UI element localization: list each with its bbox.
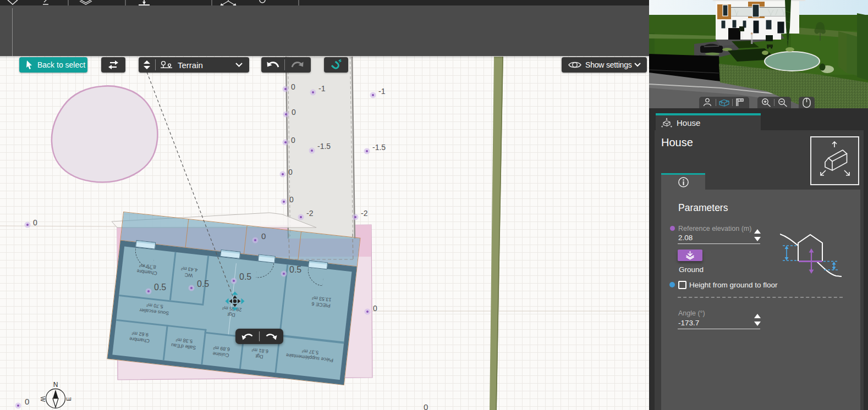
svg-text:0: 0 — [33, 218, 37, 227]
svg-text:0: 0 — [373, 304, 377, 313]
svg-text:-1: -1 — [318, 84, 326, 93]
svg-text:0: 0 — [289, 195, 294, 204]
svg-text:0.5: 0.5 — [154, 282, 166, 292]
svg-text:N: N — [53, 381, 58, 389]
svg-text:0.5: 0.5 — [197, 279, 209, 289]
svg-text:-1.5: -1.5 — [317, 142, 331, 151]
svg-text:0: 0 — [261, 231, 266, 241]
svg-text:-1.5: -1.5 — [372, 143, 386, 152]
svg-text:0: 0 — [288, 168, 293, 176]
svg-text:E: E — [65, 397, 72, 401]
svg-text:0.5: 0.5 — [239, 272, 251, 281]
svg-text:0: 0 — [291, 82, 295, 91]
svg-text:0: 0 — [424, 402, 428, 410]
svg-text:-2: -2 — [361, 209, 368, 218]
svg-text:W: W — [40, 396, 46, 402]
svg-text:0: 0 — [292, 108, 296, 117]
svg-text:0: 0 — [25, 397, 29, 406]
svg-text:0.5: 0.5 — [289, 265, 301, 274]
svg-text:-2: -2 — [306, 209, 314, 218]
svg-text:0: 0 — [291, 136, 295, 145]
svg-text:-1: -1 — [378, 87, 386, 96]
